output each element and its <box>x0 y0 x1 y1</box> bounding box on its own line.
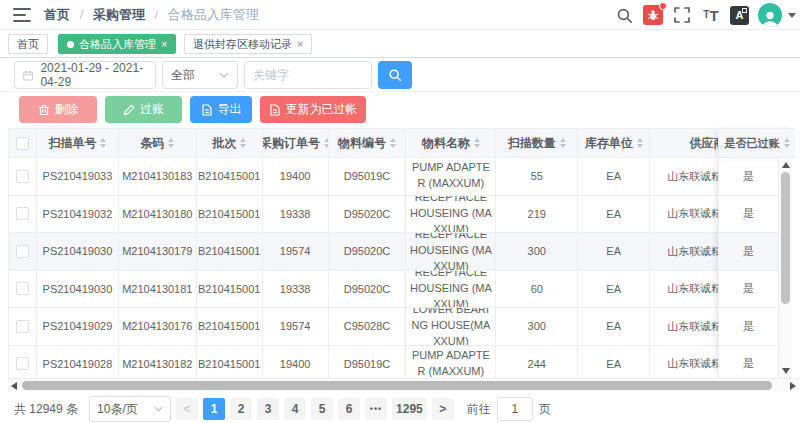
next-page-button[interactable]: > <box>432 398 454 420</box>
cell-barcode: M2104130176 <box>119 308 197 345</box>
sort-icon[interactable] <box>100 138 106 148</box>
horizontal-scrollbar[interactable] <box>8 378 800 391</box>
prev-page-button[interactable]: < <box>176 398 198 420</box>
table-row[interactable]: PS210419028 M2104130182 B210415001 19400… <box>9 346 766 379</box>
export-button[interactable]: 导出 <box>190 96 252 123</box>
scroll-up-icon[interactable] <box>782 162 790 168</box>
scroll-right-icon[interactable] <box>790 382 796 390</box>
error-log-button[interactable] <box>643 5 663 25</box>
cell-material-no: D95020C <box>329 196 407 233</box>
cell-batch: B210415001 <box>197 196 263 233</box>
table-row[interactable]: PS210419032 M2104130180 B210415001 19338… <box>9 196 766 234</box>
last-page-button[interactable]: 1295 <box>392 398 427 420</box>
cell-batch: B210415001 <box>197 308 263 345</box>
vertical-scroll-thumb[interactable] <box>781 172 790 304</box>
language-icon[interactable]: A <box>730 6 749 25</box>
row-checkbox[interactable] <box>16 320 29 333</box>
update-posted-button[interactable]: 更新为已过帐 <box>260 96 366 123</box>
page-button-3[interactable]: 3 <box>257 398 279 420</box>
fullscreen-icon[interactable] <box>672 5 692 25</box>
sort-icon[interactable] <box>784 138 790 148</box>
col-scan-no[interactable]: 扫描单号 <box>37 129 119 157</box>
vertical-scrollbar[interactable] <box>778 158 792 378</box>
tab-qualified-inbound[interactable]: 合格品入库管理 × <box>58 34 176 54</box>
sort-icon[interactable] <box>560 138 566 148</box>
avatar[interactable] <box>758 3 782 27</box>
cell-scan-qty: 300 <box>496 233 578 270</box>
page-button-1[interactable]: 1 <box>203 398 225 420</box>
cell-barcode: M2104130181 <box>119 271 197 308</box>
select-all-checkbox[interactable] <box>16 137 29 150</box>
close-icon[interactable]: × <box>161 39 167 50</box>
post-button[interactable]: 过账 <box>105 96 182 123</box>
hamburger-icon[interactable] <box>13 7 31 23</box>
sort-icon[interactable] <box>168 138 174 148</box>
more-pages-button[interactable]: ••• <box>365 398 387 420</box>
row-checkbox[interactable] <box>16 282 29 295</box>
tab-return-seal-move[interactable]: 退供封存区移动记录 × <box>184 34 312 54</box>
keyword-input[interactable] <box>253 68 363 82</box>
pen-icon <box>123 104 135 116</box>
row-checkbox[interactable] <box>16 245 29 258</box>
breadcrumb-separator: / <box>155 7 159 22</box>
col-scan-qty[interactable]: 扫描数量 <box>496 129 578 157</box>
table-row[interactable]: PS210419029 M2104130176 B210415001 19574… <box>9 308 766 346</box>
button-label: 删除 <box>55 101 79 118</box>
delete-button[interactable]: 删除 <box>19 96 97 123</box>
sort-icon[interactable] <box>240 138 246 148</box>
cell-material-no: D95019C <box>329 346 407 379</box>
sort-icon[interactable] <box>390 138 396 148</box>
page-button-6[interactable]: 6 <box>338 398 360 420</box>
page-size-select[interactable]: 10条/页 <box>89 396 171 422</box>
select-value: 全部 <box>171 67 195 84</box>
search-icon <box>388 68 402 82</box>
col-barcode[interactable]: 条码 <box>119 129 197 157</box>
goto-page-input[interactable] <box>497 397 533 421</box>
chevron-down-icon[interactable] <box>788 13 796 18</box>
table-row[interactable]: PS210419033 M2104130183 B210415001 19400… <box>9 158 766 196</box>
type-select[interactable]: 全部 <box>162 61 238 89</box>
navbar-right-tools: TT A <box>614 0 796 30</box>
sort-icon[interactable] <box>474 138 480 148</box>
cell-batch: B210415001 <box>197 271 263 308</box>
table-row[interactable]: PS210419030 M2104130179 B210415001 19574… <box>9 233 766 271</box>
data-table: 扫描单号 条码 批次 采购订单号 物料编号 物料名称 扫描数量 库存单位 供应商… <box>0 128 800 390</box>
row-checkbox[interactable] <box>16 170 29 183</box>
page-button-5[interactable]: 5 <box>311 398 333 420</box>
col-posted-fixed[interactable]: 是否已过账 <box>718 128 795 158</box>
table-row[interactable]: PS210419030 M2104130181 B210415001 19338… <box>9 271 766 309</box>
col-material-name[interactable]: 物料名称 <box>406 129 496 157</box>
col-material-no[interactable]: 物料编号 <box>329 129 407 157</box>
search-button[interactable] <box>378 61 412 89</box>
calendar-icon <box>23 69 33 82</box>
breadcrumb-purchase[interactable]: 采购管理 <box>93 7 145 22</box>
pagination: 共 12949 条 10条/页 < 1 2 3 4 5 6 ••• 1295 >… <box>14 396 551 422</box>
tab-label: 退供封存区移动记录 <box>193 37 292 52</box>
table-header-row: 扫描单号 条码 批次 采购订单号 物料编号 物料名称 扫描数量 库存单位 供应商 <box>9 128 766 158</box>
scroll-left-icon[interactable] <box>11 382 17 390</box>
breadcrumb-home[interactable]: 首页 <box>44 7 70 22</box>
cell-barcode: M2104130182 <box>119 346 197 379</box>
scroll-down-icon[interactable] <box>782 368 790 374</box>
cell-material-no: D95019C <box>329 158 407 195</box>
cell-scan-qty: 300 <box>496 308 578 345</box>
page-button-4[interactable]: 4 <box>284 398 306 420</box>
page-button-2[interactable]: 2 <box>230 398 252 420</box>
font-size-icon[interactable]: TT <box>701 5 721 25</box>
col-po-no[interactable]: 采购订单号 <box>263 129 329 157</box>
cell-unit: EA <box>578 233 650 270</box>
col-batch[interactable]: 批次 <box>197 129 263 157</box>
row-checkbox[interactable] <box>16 207 29 220</box>
tab-home[interactable]: 首页 <box>8 34 48 54</box>
cell-material-name: LOWER BEARING HOUSE(MAXXUM) <box>406 308 496 345</box>
cell-posted: 是 <box>719 233 778 271</box>
horizontal-scroll-thumb[interactable] <box>22 381 772 390</box>
document-icon <box>269 104 281 116</box>
row-checkbox[interactable] <box>16 357 29 370</box>
bug-icon <box>647 9 659 21</box>
col-unit[interactable]: 库存单位 <box>578 129 650 157</box>
sort-icon[interactable] <box>637 138 643 148</box>
close-icon[interactable]: × <box>297 39 303 50</box>
search-icon[interactable] <box>614 5 634 25</box>
date-range-picker[interactable]: 2021-01-29 - 2021-04-29 <box>14 61 156 89</box>
